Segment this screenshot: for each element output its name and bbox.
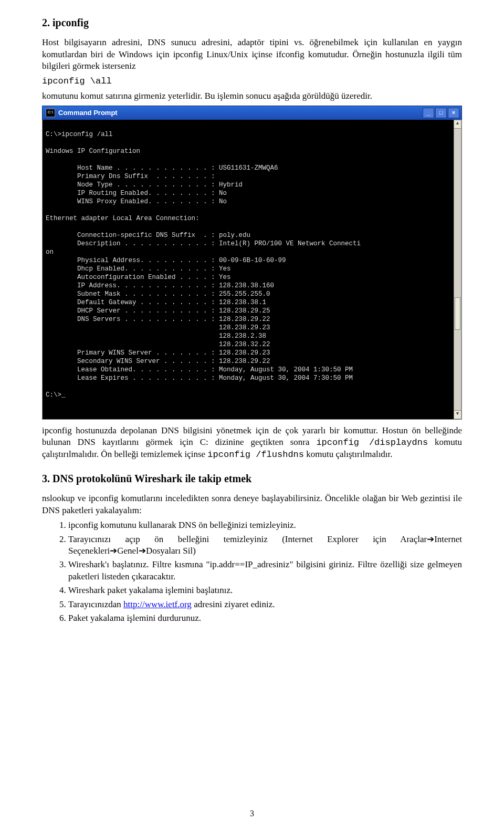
paragraph: komutunu komut satırına girmeniz yeterli… bbox=[42, 90, 462, 102]
code-inline: ipconfig /displaydns bbox=[316, 438, 428, 448]
section-heading-wireshark: 3. DNS protokolünü Wireshark ile takip e… bbox=[42, 472, 462, 485]
text: Genel bbox=[117, 546, 139, 556]
code-line: ipconfig \all bbox=[42, 76, 462, 87]
text: Tarayıcınızdan bbox=[68, 599, 123, 609]
text: Dosyaları Sil) bbox=[146, 546, 196, 556]
code-inline: ipconfig /flushdns bbox=[207, 450, 304, 460]
text: adresini ziyaret ediniz. bbox=[192, 599, 275, 609]
list-item: Tarayıcınızdan http://www.ietf.org adres… bbox=[68, 599, 462, 610]
terminal-text: C:\>ipconfig /all Windows IP Configurati… bbox=[46, 131, 361, 399]
text: Tarayıcınızı açıp ön belleğini temizleyi… bbox=[68, 534, 427, 544]
scroll-up-button[interactable]: ▲ bbox=[454, 120, 461, 129]
paragraph: ipconfig hostunuzda depolanan DNS bilgis… bbox=[42, 425, 462, 461]
list-item: Wireshark paket yakalama işlemini başlat… bbox=[68, 585, 462, 596]
scroll-track[interactable] bbox=[454, 129, 461, 410]
page-number: 3 bbox=[250, 808, 254, 819]
paragraph: nslookup ve ipconfig komutlarını inceled… bbox=[42, 493, 462, 516]
section-heading-ipconfig: 2. ipconfig bbox=[42, 16, 462, 29]
paragraph: Host bilgisayarın adresini, DNS sunucu a… bbox=[42, 37, 462, 72]
instruction-list: ipconfig komutunu kullanarak DNS ön bell… bbox=[42, 519, 462, 625]
maximize-button[interactable]: □ bbox=[435, 108, 447, 118]
text: Host bilgisayarın adresini, DNS sunucu a… bbox=[42, 37, 462, 71]
arrow-icon: ➔ bbox=[427, 534, 434, 544]
scroll-down-button[interactable]: ▼ bbox=[454, 410, 461, 419]
text: komutu çalıştırılmalıdır. bbox=[306, 449, 392, 459]
window-titlebar: C:\ Command Prompt _ □ × bbox=[42, 106, 462, 120]
command-prompt-window: C:\ Command Prompt _ □ × C:\>ipconfig /a… bbox=[42, 106, 462, 420]
list-item: Paket yakalama işlemini durdurunuz. bbox=[68, 612, 462, 624]
cmd-icon: C:\ bbox=[46, 109, 55, 117]
minimize-button[interactable]: _ bbox=[423, 108, 434, 118]
ietf-link[interactable]: http://www.ietf.org bbox=[123, 599, 192, 609]
list-item: Wireshark'ı başlatınız. Filtre kısmına "… bbox=[68, 559, 462, 583]
close-button[interactable]: × bbox=[448, 108, 459, 118]
list-item: Tarayıcınızı açıp ön belleğini temizleyi… bbox=[68, 534, 462, 557]
arrow-icon: ➔ bbox=[110, 546, 117, 556]
scroll-thumb[interactable] bbox=[455, 297, 460, 330]
arrow-icon: ➔ bbox=[139, 546, 146, 556]
list-item: ipconfig komutunu kullanarak DNS ön bell… bbox=[68, 519, 462, 531]
window-title: Command Prompt bbox=[58, 108, 422, 117]
terminal-output: C:\>ipconfig /all Windows IP Configurati… bbox=[42, 120, 462, 420]
scrollbar[interactable]: ▲ ▼ bbox=[454, 120, 461, 419]
